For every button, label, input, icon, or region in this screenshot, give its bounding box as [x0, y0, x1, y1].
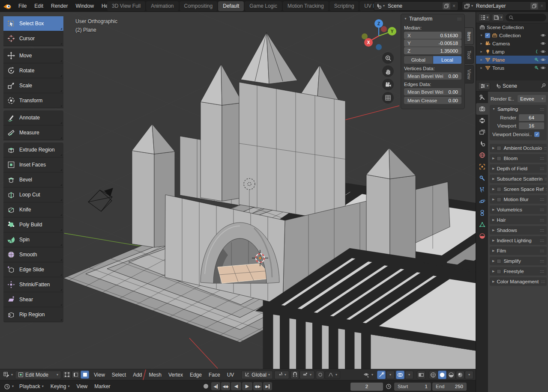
axis-neg-x[interactable]	[381, 26, 387, 32]
tool-button[interactable]: Loop Cut	[3, 187, 63, 202]
vertex-bevel-field[interactable]: Mean Bevel Wei0.00	[404, 72, 461, 80]
3d-viewport[interactable]: User Orthographic (2) Plane Select Box C…	[0, 12, 476, 369]
eye-icon[interactable]	[540, 65, 546, 71]
navigation-gizmo[interactable]: Z Y X	[359, 18, 398, 57]
median-field[interactable]: X0.51630	[404, 32, 461, 39]
tool-button[interactable]: Annotate	[3, 110, 63, 125]
xray-toggle-button[interactable]	[417, 371, 425, 379]
collapse-icon[interactable]: ▼	[492, 107, 495, 110]
viewport-menu-item[interactable]: Edge	[186, 372, 205, 378]
play-reverse-button[interactable]: ◀	[231, 382, 241, 390]
eye-icon[interactable]	[540, 49, 546, 54]
collapsed-panel[interactable]: ▶ Hair ::::	[490, 216, 547, 224]
properties-tab[interactable]	[476, 126, 488, 138]
tool-button[interactable]: Rotate	[3, 63, 63, 78]
proportional-edit-button[interactable]	[316, 371, 324, 379]
snap-toggle-button[interactable]	[290, 371, 299, 379]
tool-button[interactable]: Rip Region	[3, 307, 63, 322]
workspace-tab[interactable]: Scripting	[329, 1, 359, 11]
tool-button[interactable]: Smooth	[3, 247, 63, 262]
expand-icon[interactable]: ▶	[492, 280, 494, 283]
timeline-menu-item[interactable]: Keying▾	[47, 383, 73, 389]
expand-icon[interactable]: ▶	[492, 167, 494, 170]
record-button[interactable]	[201, 382, 210, 390]
new-layer-button[interactable]	[530, 3, 538, 9]
timeline-menu-item[interactable]: View	[73, 383, 91, 389]
outliner-editor-type-button[interactable]: ▾	[478, 14, 490, 21]
ortho-toggle-button[interactable]	[382, 92, 394, 104]
tool-button[interactable]: Cursor	[3, 31, 63, 46]
outliner-display-mode-button[interactable]: ▾	[492, 14, 504, 21]
workspace-tab[interactable]: Animation	[146, 1, 178, 11]
face-select-button[interactable]	[81, 371, 89, 379]
play-button[interactable]: ▶	[242, 382, 252, 390]
zoom-button[interactable]	[382, 52, 394, 64]
expand-icon[interactable]: ▶	[492, 208, 494, 211]
renderlayer-name[interactable]: RenderLayer	[474, 3, 529, 9]
overlays-dropdown[interactable]: ▾	[405, 371, 413, 379]
expand-icon[interactable]: ▶	[492, 218, 494, 222]
jump-to-start-button[interactable]: ◀	[211, 382, 220, 390]
properties-tab[interactable]	[476, 184, 488, 196]
tool-button[interactable]: Inset Faces	[3, 157, 63, 172]
sidebar-tab[interactable]: View	[465, 65, 474, 84]
current-frame-field[interactable]: 2	[350, 383, 383, 391]
tool-button[interactable]: Extrude Region	[3, 143, 63, 157]
tool-button[interactable]: Spin	[3, 232, 63, 247]
editor-type-button[interactable]: ▾	[2, 371, 14, 379]
eye-icon[interactable]	[540, 41, 546, 46]
properties-editor-type-button[interactable]: ▾	[478, 82, 490, 90]
shading-dropdown[interactable]: ▾	[465, 371, 473, 379]
menu-item[interactable]: Edit	[30, 3, 47, 9]
collapsed-panel[interactable]: ▶ Indirect Lighting ::::	[490, 236, 547, 245]
outliner-row[interactable]: ▸ Torus	[476, 64, 548, 72]
collection-checkbox[interactable]: ✓	[485, 33, 490, 38]
properties-tab[interactable]	[476, 196, 488, 207]
outliner-row-scene-collection[interactable]: Scene Collection	[476, 23, 548, 31]
outliner-row[interactable]: ▸ Camera	[476, 39, 548, 48]
expand-icon[interactable]: ▶	[492, 229, 494, 232]
jump-to-end-button[interactable]: ▶	[263, 382, 272, 390]
vertex-select-button[interactable]	[63, 371, 71, 379]
tool-button[interactable]: Edge Slide	[3, 262, 63, 277]
use-preview-range-button[interactable]	[384, 382, 393, 391]
viewport-menu-item[interactable]: Select	[108, 372, 129, 378]
collapsed-panel[interactable]: ▶ Color Management ::::	[490, 277, 547, 286]
start-frame-field[interactable]: Start1	[394, 383, 431, 391]
timeline-menu-item[interactable]: Playback▾	[16, 383, 47, 389]
tool-button[interactable]: Scale	[3, 78, 63, 93]
falloff-selector[interactable]: ▾	[325, 371, 340, 379]
properties-tab[interactable]	[476, 219, 488, 230]
pivot-selector[interactable]: ▾	[274, 371, 289, 379]
workspace-tab[interactable]: Motion Tracking	[283, 1, 329, 11]
tool-button[interactable]: Select Box	[3, 16, 63, 31]
properties-tab[interactable]	[476, 103, 488, 115]
workspace-tab[interactable]: Compositing	[180, 1, 218, 11]
properties-tab[interactable]	[476, 149, 488, 161]
median-field[interactable]: Y-0.00518	[404, 39, 461, 47]
eye-icon[interactable]	[540, 33, 546, 38]
viewport-menu-item[interactable]: Face	[205, 372, 224, 378]
median-field[interactable]: Z1.35000	[404, 47, 461, 54]
viewport-menu-item[interactable]: Mesh	[146, 372, 165, 378]
prev-keyframe-button[interactable]: ◀◆	[221, 382, 230, 390]
mode-selector[interactable]: Edit Mode▾	[15, 371, 61, 379]
collapsed-panel[interactable]: ▶ Screen Space Ref ::::	[490, 185, 547, 193]
collapsed-panel[interactable]: ▶ Freestyle ::::	[490, 267, 547, 276]
viewport-menu-item[interactable]: UV	[224, 372, 238, 378]
expand-icon[interactable]: ▶	[492, 239, 494, 242]
panel-checkbox[interactable]	[497, 259, 501, 264]
outliner-search-input[interactable]	[506, 14, 546, 21]
edge-data-field[interactable]: Mean Bevel Wei0.00	[404, 88, 461, 95]
panel-checkbox[interactable]	[497, 146, 501, 151]
menu-item[interactable]: Render	[47, 3, 72, 9]
collapsed-panel[interactable]: ▶ Film ::::	[490, 246, 547, 255]
outliner-row[interactable]: ▸ Lamp	[476, 48, 548, 56]
end-frame-field[interactable]: End250	[432, 383, 467, 391]
tool-button[interactable]: Shrink/Fatten	[3, 277, 63, 292]
wireframe-shading-button[interactable]	[429, 371, 437, 379]
tool-button[interactable]: Knife	[3, 202, 63, 217]
pin-icon[interactable]	[541, 83, 546, 89]
expand-icon[interactable]: ▶	[492, 259, 494, 263]
collapsed-panel[interactable]: ▶ Ambient Occlusio ::::	[490, 144, 547, 152]
